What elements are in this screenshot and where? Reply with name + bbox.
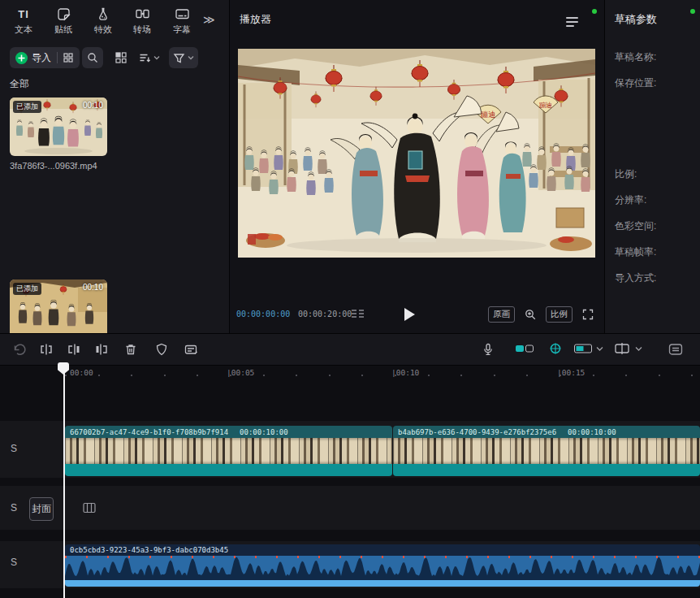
plus-icon [15, 52, 28, 64]
track-toggle[interactable]: S [6, 557, 21, 570]
artist-seal [248, 234, 256, 245]
added-badge: 已添加 [13, 101, 41, 113]
media-panel: TI 文本 贴纸 特效 [0, 0, 230, 333]
media-item-thumbnail[interactable]: 已添加 00:10 [10, 280, 107, 333]
zoom-fit-icon[interactable] [524, 308, 537, 321]
track-toggle[interactable]: S [6, 443, 21, 456]
delete-icon[interactable] [123, 342, 138, 357]
caption-edit-icon[interactable] [184, 342, 199, 357]
timeline-settings-icon[interactable] [668, 342, 684, 357]
magnet-toggle-icon[interactable] [515, 342, 534, 355]
track-toggle[interactable]: S [6, 502, 21, 515]
linkage-toggle-icon[interactable] [573, 342, 593, 355]
field-ratio: 比例: [615, 167, 637, 181]
trim-left-icon[interactable] [67, 342, 81, 357]
import-button[interactable]: 导入 [10, 47, 80, 68]
status-dot [592, 9, 597, 14]
media-section-label: 全部 [10, 77, 29, 91]
ruler-label: |00:05 [227, 368, 254, 377]
trim-right-icon[interactable] [94, 342, 109, 357]
tab-sticker-label: 贴纸 [45, 24, 82, 36]
ruler-label: |00:15 [557, 368, 585, 377]
cover-button[interactable]: 封面 [29, 497, 54, 521]
field-draft-name: 草稿名称: [615, 50, 656, 64]
video-clip-name: 667002b7-ac47-4ce9-b1f0-f708b9b7f914 [70, 428, 228, 436]
playhead-handle[interactable] [58, 362, 69, 375]
fullscreen-icon[interactable] [581, 308, 594, 321]
play-icon [404, 308, 415, 321]
audio-clip-name: 0cb5cbd3-9223-45a3-9bf3-dabc070d3b45 [70, 546, 228, 554]
ruler-label: 00:00 [70, 368, 93, 377]
captions-icon [175, 6, 190, 21]
video-clip-duration: 00:00:10:00 [240, 428, 288, 436]
field-import-mode: 导入方式: [615, 271, 656, 285]
snap-toggle-icon[interactable] [546, 342, 565, 355]
mic-icon[interactable] [481, 342, 495, 357]
current-timecode: 00:00:00:00 [236, 310, 290, 318]
grid-view-icon[interactable] [63, 53, 73, 63]
search-button[interactable] [82, 47, 103, 68]
field-color-space: 色彩空间: [615, 219, 656, 233]
chevron-down-icon[interactable] [596, 346, 603, 352]
video-clip-header: 667002b7-ac47-4ce9-b1f0-f708b9b7f914 00:… [65, 426, 392, 438]
status-dot [690, 9, 695, 14]
video-clip[interactable]: 667002b7-ac47-4ce9-b1f0-f708b9b7f914 00:… [65, 426, 392, 476]
text-icon: TI [18, 8, 29, 20]
video-preview: 蹦迪 蹦迪 [238, 49, 595, 258]
filter-button[interactable] [169, 47, 198, 68]
original-quality-button[interactable]: 原画 [488, 306, 515, 323]
field-frame-rate: 草稿帧率: [615, 245, 656, 259]
timeline: 00:00 |00:05 |00:10 |00:15 S S S 封面 6670… [0, 366, 700, 598]
tab-transitions[interactable]: 转场 [123, 5, 161, 41]
audio-clip[interactable]: 0cb5cbd3-9223-45a3-9bf3-dabc070d3b45 [65, 544, 700, 587]
time-ruler[interactable] [65, 375, 700, 376]
split-icon[interactable] [39, 342, 54, 357]
cover-track [0, 486, 700, 530]
mask-icon[interactable] [154, 342, 169, 357]
layout-toggle-button[interactable] [113, 50, 129, 66]
tab-text[interactable]: TI 文本 [5, 5, 42, 41]
fan-sign-text: 蹦迪 [539, 102, 552, 109]
player-title: 播放器 [240, 12, 271, 27]
sort-icon [138, 51, 151, 64]
fan-sign-text: 蹦迪 [481, 110, 495, 119]
frames-icon[interactable] [350, 308, 365, 319]
effects-icon [96, 6, 110, 21]
video-clip-footer [393, 464, 700, 476]
expand-panel-button[interactable]: ≫ [203, 13, 215, 26]
sort-button[interactable] [135, 47, 162, 68]
chevron-down-icon [188, 55, 194, 60]
video-clip-duration: 00:00:10:00 [568, 428, 616, 436]
video-clip[interactable]: b4ab697b-e636-4700-9439-e276bf2375e6 00:… [393, 426, 700, 476]
chevron-down-icon [153, 55, 160, 60]
media-duration: 00:10 [83, 283, 103, 292]
audio-waveform [65, 556, 700, 580]
film-icon[interactable] [83, 502, 96, 514]
ratio-button[interactable]: 比例 [546, 306, 573, 323]
video-clip-footer [65, 464, 392, 476]
total-timecode: 00:00:20:00 [298, 310, 352, 318]
tab-captions[interactable]: 字幕 [163, 5, 201, 41]
undo-icon[interactable] [11, 342, 26, 357]
video-preview-image: 蹦迪 蹦迪 [238, 49, 595, 258]
filter-icon [173, 52, 185, 64]
player-panel: 播放器 [230, 0, 605, 333]
added-badge: 已添加 [13, 283, 41, 295]
app-window: TI 文本 贴纸 特效 [0, 0, 700, 598]
chevron-down-icon[interactable] [635, 346, 642, 352]
audio-clip-header: 0cb5cbd3-9223-45a3-9bf3-dabc070d3b45 [65, 544, 700, 556]
player-menu-icon[interactable] [566, 17, 578, 27]
play-button[interactable] [397, 302, 421, 327]
video-clip-filmstrip [393, 438, 700, 464]
tab-sticker[interactable]: 贴纸 [45, 5, 82, 41]
tab-captions-label: 字幕 [163, 24, 201, 36]
preview-axis-toggle-icon[interactable] [612, 342, 632, 355]
tab-effects[interactable]: 特效 [84, 5, 122, 41]
field-save-path: 保存位置: [615, 76, 656, 90]
tab-text-label: 文本 [5, 24, 42, 36]
draft-params-panel: 草稿参数 草稿名称: 保存位置: 比例: 分辨率: 色彩空间: 草稿帧率: 导入… [605, 0, 700, 333]
ruler-label: |00:10 [391, 368, 419, 377]
media-item-thumbnail[interactable]: 已添加 00:10 [10, 98, 107, 156]
divider [57, 52, 58, 63]
import-button-label: 导入 [32, 51, 51, 65]
